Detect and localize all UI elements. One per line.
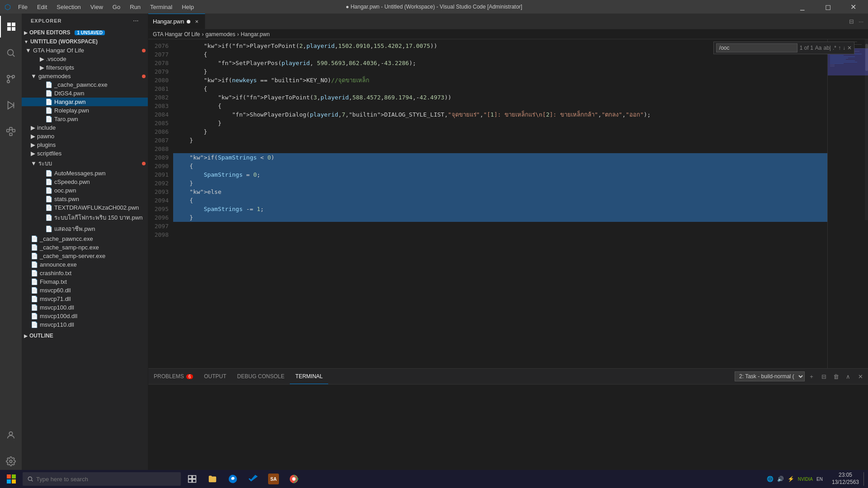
breadcrumb-part-1[interactable]: gamemodes bbox=[206, 31, 236, 38]
tree-vscode[interactable]: ▶ .vscode bbox=[22, 55, 148, 63]
tree-cspeedo[interactable]: 📄 cSpeedo.pwn bbox=[22, 178, 148, 186]
tree-cache-pawncc[interactable]: 📄 _cache_pawncc.exe bbox=[22, 80, 148, 89]
tray-nvidia-icon: NVIDIA bbox=[798, 477, 813, 482]
terminal-select[interactable]: 2: Task - build-normal ( bbox=[735, 371, 805, 381]
file-explorer-button[interactable] bbox=[203, 470, 222, 488]
tab-terminal[interactable]: TERMINAL bbox=[290, 369, 328, 384]
tree-fixmap[interactable]: 📄 Fixmap.txt bbox=[22, 277, 148, 286]
taskbar-search[interactable] bbox=[23, 472, 181, 486]
tree-show[interactable]: 📄 แสดงอาชีพ.pwn bbox=[22, 223, 148, 235]
tree-msvc100[interactable]: 📄 msvcp100.dll bbox=[22, 303, 148, 312]
more-tabs-icon[interactable]: ··· bbox=[856, 18, 866, 25]
tab-output[interactable]: OUTPUT bbox=[198, 369, 231, 384]
tree-pawno[interactable]: ▶ pawno bbox=[22, 132, 148, 141]
activity-run[interactable] bbox=[0, 94, 22, 116]
tree-hangar[interactable]: 📄 Hangar.pwn bbox=[22, 98, 148, 106]
maximize-button[interactable]: ◻ bbox=[817, 0, 838, 14]
menu-file[interactable]: File bbox=[14, 3, 31, 11]
find-match-case-icon[interactable]: Aa bbox=[815, 45, 822, 51]
breadcrumb-part-0[interactable]: GTA Hangar Of Life bbox=[153, 31, 200, 38]
start-button[interactable] bbox=[2, 470, 20, 488]
find-input[interactable] bbox=[716, 43, 797, 52]
tree-ooc[interactable]: 📄 ooc.pwn bbox=[22, 186, 148, 195]
terminal-content[interactable] bbox=[148, 385, 868, 477]
find-whole-word-icon[interactable]: ab| bbox=[824, 45, 831, 51]
activity-search[interactable] bbox=[0, 42, 22, 64]
file-icon: 📄 bbox=[45, 187, 52, 194]
show-desktop-button[interactable] bbox=[863, 472, 866, 486]
tree-cache-samp-server[interactable]: 📄 _cache_samp-server.exe bbox=[22, 252, 148, 260]
workspace-header[interactable]: ▼ UNTITLED (WORKSPACE) bbox=[22, 37, 148, 46]
split-terminal-button[interactable]: ⊟ bbox=[818, 371, 829, 382]
tree-roleplay[interactable]: 📄 Roleplay.pwn bbox=[22, 106, 148, 115]
menu-selection[interactable]: Selection bbox=[53, 3, 84, 11]
chrome-button[interactable] bbox=[285, 470, 303, 488]
tree-msvc110[interactable]: 📄 msvcp110.dll bbox=[22, 320, 148, 329]
tree-system[interactable]: ▼ ระบบ bbox=[22, 158, 148, 169]
activity-explorer[interactable] bbox=[0, 16, 22, 38]
outline-header[interactable]: ▶ OUTLINE bbox=[22, 331, 148, 340]
tree-plugins[interactable]: ▶ plugins bbox=[22, 141, 148, 149]
tray-network-icon[interactable]: 🌐 bbox=[767, 476, 774, 482]
close-button[interactable]: ✕ bbox=[843, 0, 863, 14]
tray-volume-icon[interactable]: 🔊 bbox=[777, 476, 784, 482]
clock-time: 23:05 bbox=[832, 472, 859, 479]
tree-taro[interactable]: 📄 Taro.pwn bbox=[22, 115, 148, 123]
code-content[interactable]: "kw">if("fn">PlayerToPoint(2,playerid,15… bbox=[173, 39, 827, 368]
code-editor[interactable]: 1 of 1 Aa ab| .* ↑ ↓ ✕ 20762077207820792… bbox=[148, 39, 868, 368]
tray-battery-icon[interactable]: ⚡ bbox=[788, 476, 794, 482]
menu-go[interactable]: Go bbox=[109, 3, 124, 11]
tree-cache-pawncc2[interactable]: 📄 _cache_pawncc.exe bbox=[22, 235, 148, 243]
tree-msvc60[interactable]: 📄 msvcp60.dll bbox=[22, 286, 148, 295]
activity-source-control[interactable] bbox=[0, 68, 22, 90]
tree-gamemodes[interactable]: ▼ gamemodes bbox=[22, 72, 148, 80]
tree-announce[interactable]: 📄 announce.exe bbox=[22, 260, 148, 269]
tree-automessages[interactable]: 📄 AutoMessages.pwn bbox=[22, 169, 148, 178]
find-regex-icon[interactable]: .* bbox=[833, 45, 836, 51]
find-prev-icon[interactable]: ↑ bbox=[838, 45, 841, 51]
tree-dtgs4[interactable]: 📄 DtGS4.pwn bbox=[22, 89, 148, 98]
tree-textdraw[interactable]: 📄 TEXTDRAWFLUKzaCH002.pwn bbox=[22, 203, 148, 212]
new-terminal-button[interactable]: + bbox=[806, 371, 817, 382]
sidebar-content[interactable]: ▶ OPEN EDITORS 1 UNSAVED ▼ UNTITLED (WOR… bbox=[22, 28, 148, 477]
breadcrumb-part-2[interactable]: Hangar.pwn bbox=[241, 31, 270, 38]
panel-maximize-button[interactable]: ∧ bbox=[843, 371, 854, 382]
tree-msvc100d[interactable]: 📄 msvcp100d.dll bbox=[22, 312, 148, 320]
tree-crashinfo[interactable]: 📄 crashinfo.txt bbox=[22, 269, 148, 277]
clock[interactable]: 23:05 13/12/2563 bbox=[830, 472, 861, 486]
activity-account[interactable] bbox=[0, 424, 22, 446]
search-input[interactable] bbox=[36, 476, 176, 483]
activity-settings[interactable] bbox=[0, 450, 22, 472]
split-editor-icon[interactable]: ⊟ bbox=[847, 18, 856, 25]
taskview-button[interactable] bbox=[183, 470, 201, 488]
panel-close-button[interactable]: ✕ bbox=[855, 371, 866, 382]
edge-browser-button[interactable] bbox=[224, 470, 242, 488]
tab-debug-console[interactable]: DEBUG CONSOLE bbox=[232, 369, 290, 384]
activity-extensions[interactable] bbox=[0, 121, 22, 142]
menu-edit[interactable]: Edit bbox=[33, 3, 51, 11]
menu-view[interactable]: View bbox=[87, 3, 107, 11]
menu-help[interactable]: Help bbox=[178, 3, 198, 11]
tree-gta-hangar[interactable]: ▼ GTA Hangar Of Life bbox=[22, 46, 148, 55]
tab-hangar-pwn[interactable]: Hangar.pwn × bbox=[148, 14, 205, 29]
minimize-button[interactable]: ⎯ bbox=[792, 0, 813, 14]
tree-include[interactable]: ▶ include bbox=[22, 123, 148, 132]
open-editors-header[interactable]: ▶ OPEN EDITORS 1 UNSAVED bbox=[22, 28, 148, 37]
tab-close-icon[interactable]: × bbox=[193, 18, 200, 25]
svg-rect-48 bbox=[193, 479, 196, 483]
kill-terminal-button[interactable]: 🗑 bbox=[830, 371, 841, 382]
tree-msvc71[interactable]: 📄 msvcp71.dll bbox=[22, 295, 148, 303]
tab-problems[interactable]: PROBLEMS 6 bbox=[148, 369, 198, 384]
tree-scriptfiles[interactable]: ▶ scriptfiles bbox=[22, 149, 148, 158]
tree-filterscripts[interactable]: ▶ filterscripts bbox=[22, 63, 148, 72]
menu-run[interactable]: Run bbox=[126, 3, 144, 11]
find-close-icon[interactable]: ✕ bbox=[847, 45, 852, 51]
sidebar-more-icon[interactable]: ··· bbox=[133, 18, 139, 23]
samp-button[interactable]: SA bbox=[264, 470, 283, 488]
menu-terminal[interactable]: Terminal bbox=[146, 3, 176, 11]
tree-cache-samp-npc[interactable]: 📄 _cache_samp-npc.exe bbox=[22, 243, 148, 252]
find-next-icon[interactable]: ↓ bbox=[843, 45, 845, 51]
tree-system2[interactable]: 📄 ระบบโลกีโฟกระพริบ 150 บาท.pwn bbox=[22, 212, 148, 223]
vscode-button[interactable] bbox=[244, 470, 262, 488]
tree-stats[interactable]: 📄 stats.pwn bbox=[22, 195, 148, 203]
